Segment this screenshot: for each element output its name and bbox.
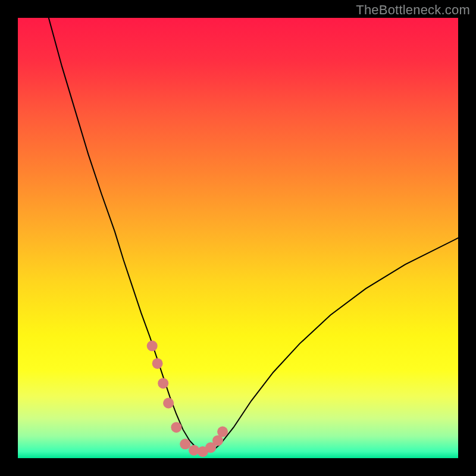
marker-dot <box>180 439 190 449</box>
marker-dot <box>171 422 181 433</box>
marker-dot <box>158 378 168 389</box>
marker-dot <box>217 427 228 437</box>
marker-dot <box>163 398 174 409</box>
marker-dot <box>152 358 163 369</box>
watermark-text: TheBottleneck.com <box>356 2 470 18</box>
bottleneck-chart <box>18 18 458 458</box>
chart-frame: TheBottleneck.com <box>0 0 476 476</box>
marker-dot <box>147 340 158 351</box>
gradient-background <box>18 18 458 458</box>
